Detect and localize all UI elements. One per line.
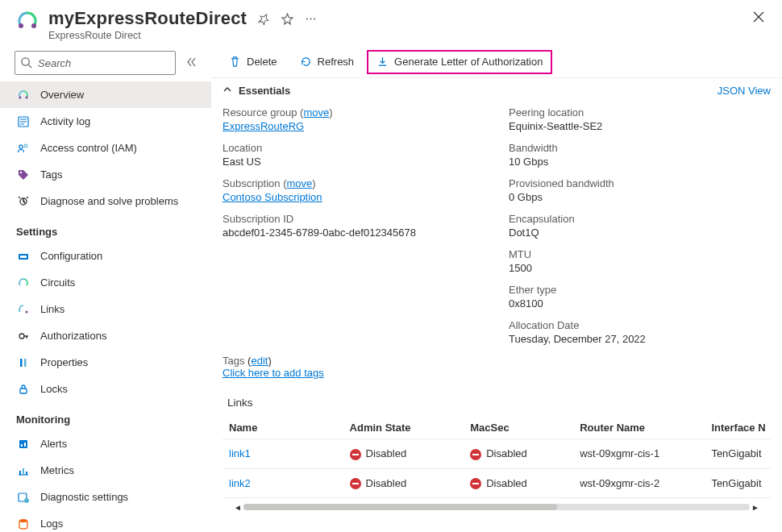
sidebar-item-label: Access control (IAM) xyxy=(40,142,137,154)
svg-rect-17 xyxy=(20,359,23,367)
sidebar-item-locks[interactable]: Locks xyxy=(0,376,211,402)
interface-cell: TenGigabit xyxy=(705,468,771,498)
peering-label: Peering location xyxy=(509,106,771,118)
scroll-thumb[interactable] xyxy=(243,504,557,510)
resource-icon xyxy=(15,8,40,34)
pin-icon[interactable] xyxy=(258,13,270,25)
svg-point-11 xyxy=(20,171,22,172)
link-name[interactable]: link1 xyxy=(229,447,251,459)
sidebar-item-access-control-iam-[interactable]: Access control (IAM) xyxy=(0,135,211,161)
activity-icon xyxy=(16,115,31,128)
delete-button[interactable]: Delete xyxy=(219,50,287,74)
edit-tags-link[interactable]: edit xyxy=(251,355,268,367)
sidebar-item-diagnostic-settings[interactable]: Diagnostic settings xyxy=(0,484,211,510)
sidebar-item-label: Tags xyxy=(40,168,62,181)
logs-icon xyxy=(16,517,31,530)
sidebar-item-links[interactable]: Links xyxy=(0,296,211,322)
diagnose-icon xyxy=(16,195,31,208)
sidebar-group-settings: Settings xyxy=(0,214,211,243)
links-heading: Links xyxy=(223,392,771,417)
sidebar-item-label: Metrics xyxy=(40,464,74,476)
links-col-name[interactable]: Name xyxy=(223,417,343,439)
router-cell: wst-09xgmr-cis-1 xyxy=(573,439,705,469)
sidebar-item-activity-log[interactable]: Activity log xyxy=(0,108,211,135)
search-wrap xyxy=(15,51,176,75)
sidebar-item-tags[interactable]: Tags xyxy=(0,161,211,188)
generate-loa-label: Generate Letter of Authorization xyxy=(394,56,543,68)
disabled-icon xyxy=(350,449,361,460)
resource-group-link[interactable]: ExpressRouteRG xyxy=(223,120,304,132)
collapse-sidebar-icon[interactable] xyxy=(182,53,200,73)
location-value: East US xyxy=(223,156,485,168)
sidebar-item-label: Locks xyxy=(40,383,68,395)
links-col-interface-n[interactable]: Interface N xyxy=(705,417,771,439)
prov-bandwidth-label: Provisioned bandwidth xyxy=(509,177,771,189)
svg-rect-25 xyxy=(26,472,27,475)
ethertype-label: Ether type xyxy=(509,284,771,296)
svg-rect-21 xyxy=(21,444,23,447)
svg-point-3 xyxy=(310,18,312,19)
sidebar-item-circuits[interactable]: Circuits xyxy=(0,269,211,296)
allocation-label: Allocation Date xyxy=(509,319,771,331)
table-row: link2DisabledDisabledwst-09xgmr-cis-2Ten… xyxy=(223,468,771,498)
search-input[interactable] xyxy=(15,51,176,75)
admin-state-cell: Disabled xyxy=(343,468,464,498)
svg-point-2 xyxy=(306,18,308,19)
sidebar-item-label: Logs xyxy=(40,517,63,530)
favorite-icon[interactable] xyxy=(281,13,293,25)
move-subscription-link[interactable]: move xyxy=(287,177,313,189)
admin-state-cell: Disabled xyxy=(343,439,464,469)
link-name[interactable]: link2 xyxy=(229,477,251,489)
sidebar-item-label: Configuration xyxy=(40,250,102,262)
sidebar-item-properties[interactable]: Properties xyxy=(0,349,211,376)
search-icon xyxy=(20,56,32,71)
subscription-link[interactable]: Contoso Subscription xyxy=(223,191,322,203)
add-tags-link[interactable]: Click here to add tags xyxy=(223,367,324,379)
page-title: myExpressRouteDirect xyxy=(48,8,247,29)
sidebar-item-metrics[interactable]: Metrics xyxy=(0,457,211,484)
close-icon[interactable] xyxy=(750,8,767,28)
sidebar-item-label: Overview xyxy=(40,89,84,101)
essentials-header[interactable]: Essentials JSON View xyxy=(211,78,782,103)
svg-point-0 xyxy=(19,23,23,28)
links-col-admin-state[interactable]: Admin State xyxy=(343,417,464,439)
sidebar-item-authorizations[interactable]: Authorizations xyxy=(0,322,211,349)
sidebar-item-configuration[interactable]: Configuration xyxy=(0,243,211,269)
sidebar-item-logs[interactable]: Logs xyxy=(0,510,211,532)
sidebar-item-label: Diagnostic settings xyxy=(40,491,128,503)
location-label: Location xyxy=(223,142,485,154)
sidebar: OverviewActivity logAccess control (IAM)… xyxy=(0,46,211,532)
scroll-track[interactable] xyxy=(243,504,750,510)
kv-subscription-id: Subscription ID abcdef01-2345-6789-0abc-… xyxy=(223,213,485,239)
svg-point-6 xyxy=(19,96,22,98)
blade-header: myExpressRouteDirect ExpressRoute Direct xyxy=(0,0,782,46)
svg-point-28 xyxy=(19,519,27,522)
more-icon[interactable] xyxy=(305,13,317,25)
sidebar-item-label: Activity log xyxy=(40,115,90,127)
sidebar-item-label: Alerts xyxy=(40,438,67,450)
mtu-label: MTU xyxy=(509,248,771,260)
links-col-router-name[interactable]: Router Name xyxy=(573,417,705,439)
encapsulation-value: Dot1Q xyxy=(509,227,771,239)
scroll-left-icon[interactable]: ◄ xyxy=(232,503,243,512)
sidebar-item-overview[interactable]: Overview xyxy=(0,81,211,108)
sidebar-item-label: Diagnose and solve problems xyxy=(40,195,178,207)
tags-icon xyxy=(16,168,31,181)
refresh-button[interactable]: Refresh xyxy=(290,50,364,74)
move-resource-group-link[interactable]: move xyxy=(303,106,329,118)
delete-label: Delete xyxy=(247,56,277,68)
json-view-link[interactable]: JSON View xyxy=(718,85,771,97)
auth-icon xyxy=(16,330,31,343)
links-col-macsec[interactable]: MacSec xyxy=(464,417,573,439)
table-row: link1DisabledDisabledwst-09xgmr-cis-1Ten… xyxy=(223,439,771,469)
sidebar-item-diagnose-and-solve-problems[interactable]: Diagnose and solve problems xyxy=(0,188,211,214)
ethertype-value: 0x8100 xyxy=(509,297,771,310)
sidebar-item-alerts[interactable]: Alerts xyxy=(0,430,211,457)
scroll-right-icon[interactable]: ► xyxy=(750,503,761,512)
horizontal-scrollbar[interactable]: ◄ ► xyxy=(232,501,761,513)
svg-rect-18 xyxy=(24,359,27,367)
generate-loa-button[interactable]: Generate Letter of Authorization xyxy=(367,50,552,74)
alerts-icon xyxy=(16,438,31,451)
essentials-title: Essentials xyxy=(239,85,290,97)
svg-rect-19 xyxy=(20,389,27,393)
